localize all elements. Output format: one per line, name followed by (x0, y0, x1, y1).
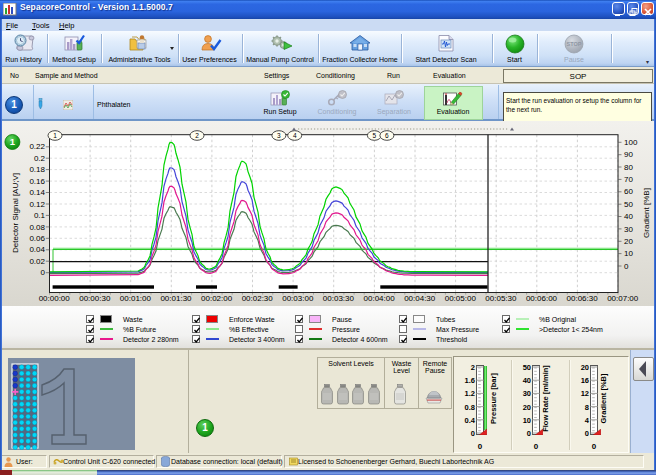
svg-text:5: 5 (373, 132, 377, 139)
svg-text:20: 20 (624, 237, 633, 246)
svg-text:0: 0 (624, 262, 629, 271)
svg-text:100: 100 (624, 138, 638, 147)
svg-text:STOP: STOP (567, 41, 582, 47)
svg-text:0.2: 0.2 (34, 154, 46, 163)
svg-text:00:01:30: 00:01:30 (160, 294, 192, 303)
svg-text:00:06:30: 00:06:30 (567, 294, 599, 303)
svg-text:40: 40 (624, 212, 633, 221)
svg-text:30: 30 (624, 225, 633, 234)
svg-text:0.14: 0.14 (29, 188, 45, 197)
svg-text:00:02:30: 00:02:30 (242, 294, 274, 303)
svg-text:90: 90 (624, 150, 633, 159)
svg-text:4: 4 (293, 132, 297, 139)
svg-text:00:06:00: 00:06:00 (526, 294, 558, 303)
svg-text:1: 1 (53, 132, 57, 139)
svg-text:6: 6 (385, 132, 389, 139)
svg-text:3: 3 (277, 132, 281, 139)
svg-text:10: 10 (624, 249, 633, 258)
svg-text:80: 80 (624, 163, 633, 172)
svg-text:0.22: 0.22 (29, 142, 45, 151)
svg-text:00:00:00: 00:00:00 (39, 294, 71, 303)
svg-text:2: 2 (195, 132, 199, 139)
svg-text:00:00:30: 00:00:30 (79, 294, 111, 303)
svg-text:00:04:30: 00:04:30 (404, 294, 436, 303)
svg-text:00:02:00: 00:02:00 (201, 294, 233, 303)
svg-text:50: 50 (624, 200, 633, 209)
svg-text:Detector Signal [AU;V]: Detector Signal [AU;V] (11, 173, 20, 253)
svg-text:0.1: 0.1 (34, 211, 46, 220)
svg-text:00:01:00: 00:01:00 (120, 294, 152, 303)
svg-text:0.16: 0.16 (29, 177, 45, 186)
svg-text:00:03:30: 00:03:30 (323, 294, 355, 303)
svg-text:0.18: 0.18 (29, 165, 45, 174)
svg-text:0.04: 0.04 (29, 245, 45, 254)
svg-text:00:05:30: 00:05:30 (485, 294, 517, 303)
svg-text:0: 0 (41, 268, 46, 277)
svg-text:0.06: 0.06 (29, 234, 45, 243)
svg-text:00:03:00: 00:03:00 (282, 294, 314, 303)
svg-text:00:05:00: 00:05:00 (445, 294, 477, 303)
svg-text:60: 60 (624, 187, 633, 196)
svg-text:70: 70 (624, 175, 633, 184)
svg-text:0.02: 0.02 (29, 257, 45, 266)
svg-text:0.12: 0.12 (29, 200, 45, 209)
svg-text:Gradient [%B]: Gradient [%B] (642, 188, 651, 238)
svg-text:1: 1 (10, 136, 16, 147)
svg-text:00:04:00: 00:04:00 (364, 294, 396, 303)
svg-text:0.08: 0.08 (29, 223, 45, 232)
svg-text:00:07:00: 00:07:00 (607, 294, 639, 303)
